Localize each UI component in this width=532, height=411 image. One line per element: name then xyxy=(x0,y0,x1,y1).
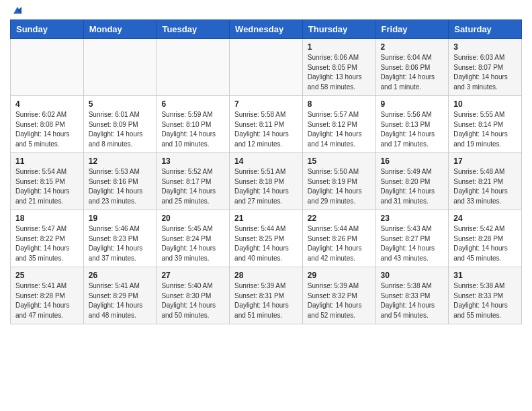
day-info: Sunrise: 5:45 AM Sunset: 8:24 PM Dayligh… xyxy=(161,224,224,263)
day-number: 20 xyxy=(161,214,224,223)
day-info: Sunrise: 5:38 AM Sunset: 8:33 PM Dayligh… xyxy=(381,281,444,320)
calendar-cell: 28Sunrise: 5:39 AM Sunset: 8:31 PM Dayli… xyxy=(230,267,303,324)
day-info: Sunrise: 5:52 AM Sunset: 8:17 PM Dayligh… xyxy=(161,167,224,206)
calendar-cell: 21Sunrise: 5:44 AM Sunset: 8:25 PM Dayli… xyxy=(230,210,303,267)
calendar-header-row: SundayMondayTuesdayWednesdayThursdayFrid… xyxy=(11,20,522,39)
day-info: Sunrise: 5:39 AM Sunset: 8:32 PM Dayligh… xyxy=(308,281,371,320)
calendar-week-row: 18Sunrise: 5:47 AM Sunset: 8:22 PM Dayli… xyxy=(11,210,522,267)
calendar-cell: 17Sunrise: 5:48 AM Sunset: 8:21 PM Dayli… xyxy=(449,153,522,210)
calendar-cell: 12Sunrise: 5:53 AM Sunset: 8:16 PM Dayli… xyxy=(83,153,157,210)
day-number: 16 xyxy=(381,156,444,166)
day-info: Sunrise: 5:41 AM Sunset: 8:28 PM Dayligh… xyxy=(15,281,79,320)
day-number: 12 xyxy=(89,156,152,166)
calendar-cell: 16Sunrise: 5:49 AM Sunset: 8:20 PM Dayli… xyxy=(375,153,449,210)
calendar-cell: 30Sunrise: 5:38 AM Sunset: 8:33 PM Dayli… xyxy=(375,267,449,324)
calendar-cell: 7Sunrise: 5:58 AM Sunset: 8:11 PM Daylig… xyxy=(230,96,303,153)
day-info: Sunrise: 5:48 AM Sunset: 8:21 PM Dayligh… xyxy=(453,167,517,206)
calendar-week-row: 25Sunrise: 5:41 AM Sunset: 8:28 PM Dayli… xyxy=(11,267,522,324)
calendar-cell: 31Sunrise: 5:38 AM Sunset: 8:33 PM Dayli… xyxy=(449,267,522,324)
day-number: 10 xyxy=(453,99,517,109)
weekday-header-wednesday: Wednesday xyxy=(230,20,303,39)
day-number: 15 xyxy=(308,156,371,166)
day-number: 1 xyxy=(308,42,371,52)
calendar-cell: 20Sunrise: 5:45 AM Sunset: 8:24 PM Dayli… xyxy=(157,210,230,267)
day-number: 7 xyxy=(234,99,298,109)
day-info: Sunrise: 6:04 AM Sunset: 8:06 PM Dayligh… xyxy=(381,53,444,92)
day-number: 22 xyxy=(308,214,371,223)
day-number: 30 xyxy=(381,271,444,280)
weekday-header-saturday: Saturday xyxy=(449,20,522,39)
calendar-cell: 3Sunrise: 6:03 AM Sunset: 8:07 PM Daylig… xyxy=(449,39,522,96)
calendar-cell: 19Sunrise: 5:46 AM Sunset: 8:23 PM Dayli… xyxy=(83,210,157,267)
day-number: 14 xyxy=(234,156,298,166)
day-number: 3 xyxy=(453,42,517,52)
day-info: Sunrise: 5:43 AM Sunset: 8:27 PM Dayligh… xyxy=(381,224,444,263)
calendar-cell: 13Sunrise: 5:52 AM Sunset: 8:17 PM Dayli… xyxy=(157,153,230,210)
day-info: Sunrise: 5:53 AM Sunset: 8:16 PM Dayligh… xyxy=(89,167,152,206)
day-number: 5 xyxy=(89,99,152,109)
calendar-cell: 22Sunrise: 5:44 AM Sunset: 8:26 PM Dayli… xyxy=(302,210,375,267)
day-info: Sunrise: 5:56 AM Sunset: 8:13 PM Dayligh… xyxy=(381,110,444,149)
calendar-cell: 23Sunrise: 5:43 AM Sunset: 8:27 PM Dayli… xyxy=(375,210,449,267)
page-header xyxy=(10,10,522,13)
calendar-cell: 2Sunrise: 6:04 AM Sunset: 8:06 PM Daylig… xyxy=(375,39,449,96)
logo xyxy=(10,10,24,13)
day-number: 6 xyxy=(161,99,224,109)
calendar-cell: 6Sunrise: 5:59 AM Sunset: 8:10 PM Daylig… xyxy=(157,96,230,153)
day-number: 23 xyxy=(381,214,444,223)
day-number: 9 xyxy=(381,99,444,109)
calendar-cell: 5Sunrise: 6:01 AM Sunset: 8:09 PM Daylig… xyxy=(83,96,157,153)
day-info: Sunrise: 5:46 AM Sunset: 8:23 PM Dayligh… xyxy=(89,224,152,263)
day-number: 26 xyxy=(89,271,152,280)
day-info: Sunrise: 5:58 AM Sunset: 8:11 PM Dayligh… xyxy=(234,110,298,149)
day-number: 24 xyxy=(453,214,517,223)
day-info: Sunrise: 5:59 AM Sunset: 8:10 PM Dayligh… xyxy=(161,110,224,149)
day-number: 29 xyxy=(308,271,371,280)
day-info: Sunrise: 6:01 AM Sunset: 8:09 PM Dayligh… xyxy=(89,110,152,149)
day-info: Sunrise: 5:51 AM Sunset: 8:18 PM Dayligh… xyxy=(234,167,298,206)
calendar-cell: 14Sunrise: 5:51 AM Sunset: 8:18 PM Dayli… xyxy=(230,153,303,210)
calendar-cell xyxy=(83,39,157,96)
day-info: Sunrise: 5:50 AM Sunset: 8:19 PM Dayligh… xyxy=(308,167,371,206)
day-number: 27 xyxy=(161,271,224,280)
day-number: 18 xyxy=(15,214,79,223)
day-number: 11 xyxy=(15,156,79,166)
day-info: Sunrise: 5:41 AM Sunset: 8:29 PM Dayligh… xyxy=(89,281,152,320)
calendar-cell: 11Sunrise: 5:54 AM Sunset: 8:15 PM Dayli… xyxy=(11,153,84,210)
calendar-cell: 9Sunrise: 5:56 AM Sunset: 8:13 PM Daylig… xyxy=(375,96,449,153)
weekday-header-sunday: Sunday xyxy=(11,20,84,39)
calendar-table: SundayMondayTuesdayWednesdayThursdayFrid… xyxy=(10,19,522,324)
day-number: 21 xyxy=(234,214,298,223)
calendar-cell xyxy=(230,39,303,96)
day-info: Sunrise: 5:47 AM Sunset: 8:22 PM Dayligh… xyxy=(15,224,79,263)
calendar-cell: 24Sunrise: 5:42 AM Sunset: 8:28 PM Dayli… xyxy=(449,210,522,267)
day-info: Sunrise: 5:54 AM Sunset: 8:15 PM Dayligh… xyxy=(15,167,79,206)
day-number: 13 xyxy=(161,156,224,166)
calendar-cell: 29Sunrise: 5:39 AM Sunset: 8:32 PM Dayli… xyxy=(302,267,375,324)
day-number: 28 xyxy=(234,271,298,280)
day-number: 8 xyxy=(308,99,371,109)
day-info: Sunrise: 6:02 AM Sunset: 8:08 PM Dayligh… xyxy=(15,110,79,149)
calendar-cell: 4Sunrise: 6:02 AM Sunset: 8:08 PM Daylig… xyxy=(11,96,84,153)
day-info: Sunrise: 5:40 AM Sunset: 8:30 PM Dayligh… xyxy=(161,281,224,320)
weekday-header-tuesday: Tuesday xyxy=(157,20,230,39)
calendar-cell: 26Sunrise: 5:41 AM Sunset: 8:29 PM Dayli… xyxy=(83,267,157,324)
calendar-cell xyxy=(157,39,230,96)
weekday-header-friday: Friday xyxy=(375,20,449,39)
calendar-cell: 8Sunrise: 5:57 AM Sunset: 8:12 PM Daylig… xyxy=(302,96,375,153)
calendar-week-row: 1Sunrise: 6:06 AM Sunset: 8:05 PM Daylig… xyxy=(11,39,522,96)
day-info: Sunrise: 5:39 AM Sunset: 8:31 PM Dayligh… xyxy=(234,281,298,320)
day-info: Sunrise: 5:44 AM Sunset: 8:26 PM Dayligh… xyxy=(308,224,371,263)
calendar-cell xyxy=(11,39,84,96)
calendar-cell: 15Sunrise: 5:50 AM Sunset: 8:19 PM Dayli… xyxy=(302,153,375,210)
logo-icon xyxy=(11,5,24,17)
day-info: Sunrise: 5:38 AM Sunset: 8:33 PM Dayligh… xyxy=(453,281,517,320)
day-info: Sunrise: 6:03 AM Sunset: 8:07 PM Dayligh… xyxy=(453,53,517,92)
day-number: 25 xyxy=(15,271,79,280)
day-number: 17 xyxy=(453,156,517,166)
calendar-cell: 27Sunrise: 5:40 AM Sunset: 8:30 PM Dayli… xyxy=(157,267,230,324)
day-info: Sunrise: 5:44 AM Sunset: 8:25 PM Dayligh… xyxy=(234,224,298,263)
day-info: Sunrise: 6:06 AM Sunset: 8:05 PM Dayligh… xyxy=(308,53,371,92)
day-number: 4 xyxy=(15,99,79,109)
day-number: 2 xyxy=(381,42,444,52)
